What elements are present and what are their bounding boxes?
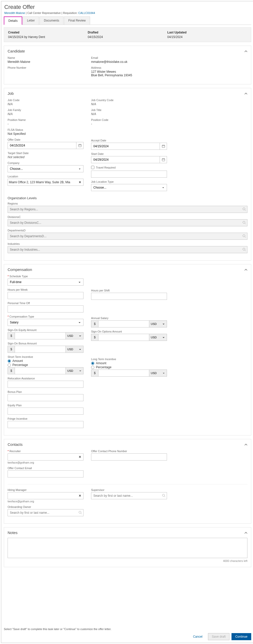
annual-salary-input[interactable] (98, 320, 149, 327)
breadcrumb-candidate-link[interactable]: Meredith Malone (4, 11, 25, 14)
tab-letter[interactable]: Letter (23, 16, 39, 25)
sti-percentage-radio[interactable] (8, 363, 11, 367)
chevron-up-icon[interactable] (244, 49, 247, 53)
lti-percentage-radio[interactable] (91, 366, 94, 369)
candidate-email-value: mmalone@thisisfake.co.uk (91, 60, 167, 64)
hps-input[interactable] (91, 293, 167, 300)
relo-label: Relocation Assistance (8, 377, 83, 380)
annual-salary-currency[interactable]: USD (149, 320, 167, 327)
status-updated-value: 04/15/2024 (167, 35, 247, 39)
candidate-address-line2: Blue Bell, Pennsylvania 19345 (91, 73, 167, 77)
candidate-name-label: Name (8, 56, 83, 59)
divisions-label: DivisionsC (8, 215, 247, 218)
signon-equity-label: Sign-On Equity Amount (8, 328, 83, 332)
location-input[interactable]: Miami Office 2, 123 Miami Way, Suite 2B,… (8, 179, 83, 186)
svg-point-22 (162, 494, 165, 496)
job-title-label: Job Title (91, 108, 167, 112)
schedule-type-select[interactable]: Full-time (8, 279, 83, 286)
accept-date-input[interactable] (91, 143, 167, 150)
candidate-address-label: Address (91, 66, 167, 69)
flsa-label: FLSA Status (8, 128, 83, 131)
industries-search[interactable] (8, 246, 247, 253)
panel-candidate: Candidate NameMeredith Malone Phone Numb… (4, 46, 251, 84)
signon-options-input[interactable] (98, 334, 149, 341)
offer-date-input[interactable] (8, 142, 83, 149)
hpw-input[interactable] (8, 292, 83, 299)
calendar-icon[interactable] (160, 156, 167, 163)
job-location-type-label: Job Location Type (91, 180, 167, 183)
company-select[interactable]: Choose... (8, 165, 83, 172)
comp-type-select[interactable]: Salary (8, 319, 83, 326)
sti-amount-radio[interactable] (8, 359, 11, 363)
tab-details[interactable]: Details (4, 16, 22, 25)
currency-prefix: $ (8, 367, 15, 374)
sti-currency[interactable]: USD (66, 367, 83, 374)
equity-plan-input[interactable] (8, 408, 83, 415)
org-levels-title: Organization Levels (8, 196, 247, 200)
start-date-input[interactable] (91, 156, 167, 163)
job-family-label: Job Family (8, 108, 83, 112)
chevron-up-icon[interactable] (244, 531, 247, 535)
tab-documents[interactable]: Documents (39, 16, 64, 25)
recruiter-input[interactable]: ✕ (8, 453, 83, 461)
industries-label: Industries (8, 242, 247, 245)
departments-search[interactable] (8, 233, 247, 240)
job-title-value: N/A (91, 112, 167, 116)
tab-final-review[interactable]: Final Review (64, 16, 90, 25)
candidate-email-label: Email (91, 56, 167, 59)
notes-counter: 4000 characters left (8, 559, 247, 562)
pto-input[interactable] (8, 305, 83, 312)
signon-options-currency[interactable]: USD (149, 334, 167, 341)
candidate-name-value: Meredith Malone (8, 60, 83, 64)
chevron-up-icon[interactable] (244, 92, 247, 95)
offer-phone-input[interactable] (91, 453, 167, 461)
cancel-button[interactable]: Cancel (189, 633, 206, 640)
svg-point-18 (243, 248, 245, 250)
location-label: Location (8, 175, 83, 178)
svg-line-13 (245, 210, 246, 211)
regions-search[interactable] (8, 206, 247, 213)
calendar-icon[interactable] (76, 142, 83, 149)
currency-prefix: $ (91, 320, 98, 327)
job-country-label: Job Country Code (91, 99, 167, 102)
calendar-icon[interactable] (160, 143, 167, 150)
supervisor-search[interactable] (91, 492, 167, 499)
search-icon (162, 494, 165, 498)
travel-required-input[interactable] (91, 171, 167, 178)
job-country-value: N/A (91, 102, 167, 106)
signon-bonus-currency[interactable]: USD (66, 346, 83, 353)
close-icon[interactable]: ✕ (78, 455, 82, 459)
job-code-value: N/A (8, 102, 83, 106)
job-location-type-select[interactable]: Choose... (91, 184, 167, 191)
lti-currency[interactable]: USD (149, 370, 167, 377)
hiring-manager-input[interactable]: ✕ (8, 492, 83, 499)
breadcrumb-requisition-link[interactable]: CALLC01844 (78, 11, 95, 14)
offer-email-label: Offer Contact Email (8, 467, 83, 470)
relo-input[interactable] (8, 381, 83, 388)
continue-button[interactable]: Continue (231, 633, 251, 640)
lti-amount-input[interactable] (98, 370, 149, 377)
offer-date-label: Offer Date (8, 138, 83, 141)
divisions-search[interactable] (8, 219, 247, 226)
panel-title-contacts: Contacts (8, 442, 23, 447)
chevron-up-icon[interactable] (244, 443, 247, 446)
save-draft-button[interactable]: Save draft (208, 633, 229, 640)
lti-percentage-label: Percentage (96, 365, 111, 369)
sti-amount-label: Amount (12, 359, 23, 363)
close-icon[interactable]: ✕ (78, 494, 82, 498)
bonus-plan-input[interactable] (8, 394, 83, 401)
offer-email-input[interactable] (8, 470, 83, 477)
signon-equity-currency[interactable]: USD (66, 332, 83, 339)
travel-required-checkbox[interactable] (91, 166, 94, 169)
regions-label: Regions (8, 202, 247, 205)
onboarding-owner-search[interactable] (8, 509, 83, 516)
chevron-up-icon[interactable] (244, 268, 247, 271)
hpw-label: Hours per Week (8, 288, 83, 291)
notes-textarea[interactable] (8, 538, 247, 558)
close-icon[interactable]: ✕ (78, 180, 82, 184)
fringe-input[interactable] (8, 421, 83, 428)
sti-amount-input[interactable] (15, 367, 66, 374)
signon-bonus-input[interactable] (15, 346, 66, 353)
signon-equity-input[interactable] (15, 332, 66, 339)
lti-amount-radio[interactable] (91, 362, 94, 365)
